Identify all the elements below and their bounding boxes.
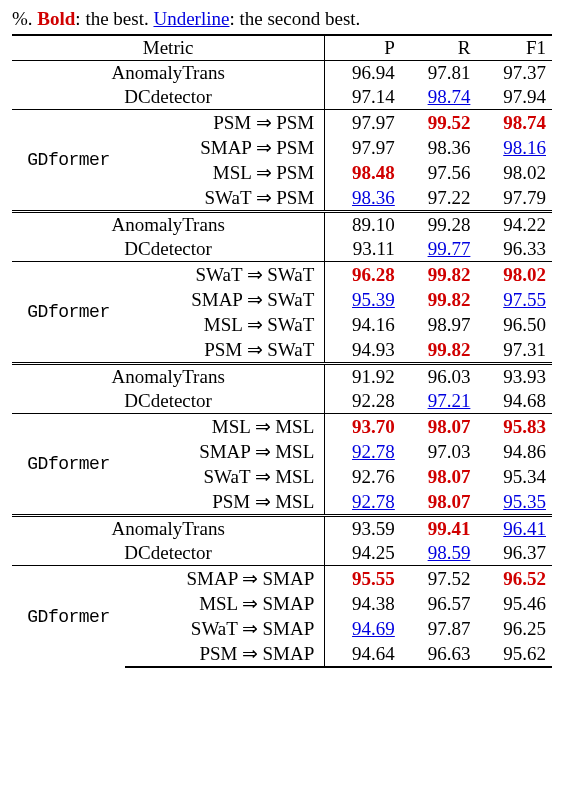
baseline-name: DCdetector	[12, 389, 325, 414]
value-p: 97.14	[325, 85, 401, 110]
value-r: 97.81	[401, 61, 477, 86]
value-f1: 94.22	[476, 212, 552, 238]
value-f1: 97.31	[476, 337, 552, 364]
value-p: 92.78	[325, 489, 401, 516]
value-r: 96.57	[401, 591, 477, 616]
model-row: GDformerSWaT ⇒ SWaT96.2899.8298.02	[12, 262, 552, 288]
value-p: 92.76	[325, 464, 401, 489]
value-p: 93.59	[325, 516, 401, 542]
value-r: 98.74	[401, 85, 477, 110]
value-p: 94.25	[325, 541, 401, 566]
value-r: 99.28	[401, 212, 477, 238]
baseline-name: AnomalyTrans	[12, 212, 325, 238]
header-r: R	[401, 35, 477, 61]
value-p: 91.92	[325, 364, 401, 390]
value-p: 94.16	[325, 312, 401, 337]
transfer-label: SMAP ⇒ SWaT	[125, 287, 325, 312]
value-p: 93.11	[325, 237, 401, 262]
baseline-name: AnomalyTrans	[12, 364, 325, 390]
value-f1: 96.33	[476, 237, 552, 262]
value-f1: 94.68	[476, 389, 552, 414]
value-p: 94.38	[325, 591, 401, 616]
value-r: 97.87	[401, 616, 477, 641]
transfer-label: PSM ⇒ SWaT	[125, 337, 325, 364]
value-p: 96.28	[325, 262, 401, 288]
transfer-label: PSM ⇒ PSM	[125, 110, 325, 136]
value-r: 97.22	[401, 185, 477, 212]
caption-pct: %	[12, 8, 28, 29]
value-r: 96.03	[401, 364, 477, 390]
value-f1: 96.37	[476, 541, 552, 566]
table-caption: %. Bold: the best. Underline: the second…	[12, 8, 552, 30]
value-p: 97.97	[325, 135, 401, 160]
value-f1: 93.93	[476, 364, 552, 390]
value-r: 99.77	[401, 237, 477, 262]
baseline-row: DCdetector97.1498.7497.94	[12, 85, 552, 110]
value-r: 99.41	[401, 516, 477, 542]
value-r: 99.82	[401, 337, 477, 364]
value-f1: 95.34	[476, 464, 552, 489]
results-table: MetricPRF1AnomalyTrans96.9497.8197.37DCd…	[12, 34, 552, 668]
header-metric: Metric	[12, 35, 325, 61]
baseline-name: DCdetector	[12, 85, 325, 110]
value-f1: 96.25	[476, 616, 552, 641]
value-p: 92.28	[325, 389, 401, 414]
value-f1: 96.50	[476, 312, 552, 337]
value-f1: 98.02	[476, 160, 552, 185]
model-row: GDformerSMAP ⇒ SMAP95.5597.5296.52	[12, 566, 552, 592]
baseline-name: AnomalyTrans	[12, 516, 325, 542]
value-p: 98.36	[325, 185, 401, 212]
transfer-label: MSL ⇒ SWaT	[125, 312, 325, 337]
value-p: 98.48	[325, 160, 401, 185]
value-f1: 97.55	[476, 287, 552, 312]
transfer-label: SMAP ⇒ PSM	[125, 135, 325, 160]
baseline-row: AnomalyTrans93.5999.4196.41	[12, 516, 552, 542]
value-p: 96.94	[325, 61, 401, 86]
baseline-name: AnomalyTrans	[12, 61, 325, 86]
header-f1: F1	[476, 35, 552, 61]
value-r: 98.59	[401, 541, 477, 566]
value-p: 93.70	[325, 414, 401, 440]
value-r: 99.52	[401, 110, 477, 136]
caption-underline: Underline	[153, 8, 229, 29]
value-r: 99.82	[401, 287, 477, 312]
value-f1: 95.83	[476, 414, 552, 440]
value-p: 92.78	[325, 439, 401, 464]
baseline-row: AnomalyTrans91.9296.0393.93	[12, 364, 552, 390]
baseline-row: DCdetector92.2897.2194.68	[12, 389, 552, 414]
value-f1: 95.46	[476, 591, 552, 616]
value-p: 89.10	[325, 212, 401, 238]
value-r: 99.82	[401, 262, 477, 288]
transfer-label: MSL ⇒ SMAP	[125, 591, 325, 616]
caption-bold: Bold	[37, 8, 75, 29]
value-r: 98.97	[401, 312, 477, 337]
value-r: 98.07	[401, 489, 477, 516]
value-f1: 98.74	[476, 110, 552, 136]
value-f1: 96.52	[476, 566, 552, 592]
value-p: 95.55	[325, 566, 401, 592]
model-row: GDformerPSM ⇒ PSM97.9799.5298.74	[12, 110, 552, 136]
model-name: GDformer	[12, 110, 125, 212]
baseline-name: DCdetector	[12, 541, 325, 566]
model-row: GDformerMSL ⇒ MSL93.7098.0795.83	[12, 414, 552, 440]
value-r: 96.63	[401, 641, 477, 667]
value-f1: 97.37	[476, 61, 552, 86]
model-name: GDformer	[12, 414, 125, 516]
header-p: P	[325, 35, 401, 61]
transfer-label: SMAP ⇒ MSL	[125, 439, 325, 464]
transfer-label: SWaT ⇒ MSL	[125, 464, 325, 489]
value-r: 97.03	[401, 439, 477, 464]
transfer-label: MSL ⇒ PSM	[125, 160, 325, 185]
value-p: 95.39	[325, 287, 401, 312]
transfer-label: MSL ⇒ MSL	[125, 414, 325, 440]
value-p: 94.93	[325, 337, 401, 364]
baseline-row: DCdetector93.1199.7796.33	[12, 237, 552, 262]
baseline-name: DCdetector	[12, 237, 325, 262]
value-r: 98.36	[401, 135, 477, 160]
value-p: 94.69	[325, 616, 401, 641]
value-f1: 96.41	[476, 516, 552, 542]
value-r: 98.07	[401, 464, 477, 489]
value-r: 97.56	[401, 160, 477, 185]
model-name: GDformer	[12, 262, 125, 364]
value-f1: 94.86	[476, 439, 552, 464]
